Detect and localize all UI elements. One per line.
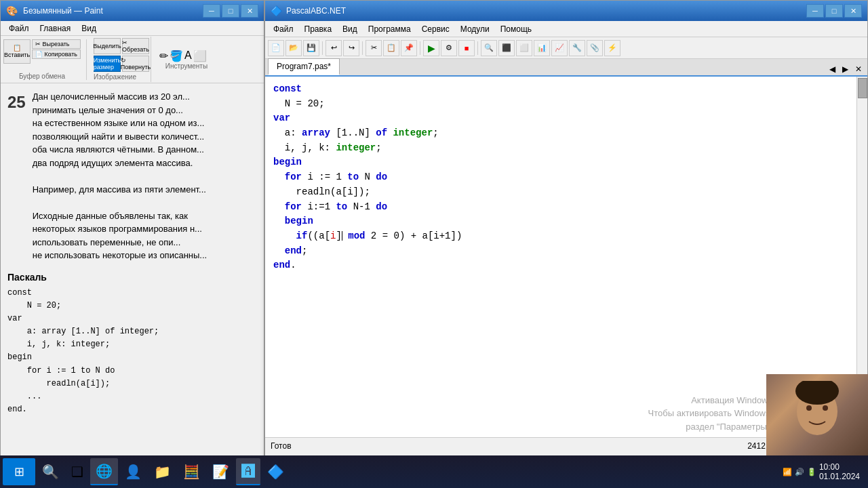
text-icon[interactable]: A [184, 49, 192, 62]
pascal-window-controls[interactable]: ─ □ ✕ [806, 4, 862, 18]
scrollbar-thumb[interactable] [858, 78, 867, 98]
taskbar-notepad[interactable]: 📝 [207, 458, 235, 485]
paint-menubar: Файл Главная Вид [1, 21, 264, 36]
pascal-menu-modules[interactable]: Модули [455, 23, 495, 35]
eraser-icon[interactable]: ⬜ [193, 49, 207, 62]
pencil-icon[interactable]: ✏ [159, 49, 168, 62]
editor-line-5: a: array [1..N] of integer; [273, 126, 859, 141]
tab-scroll-left[interactable]: ◀ [827, 63, 838, 75]
debug-button[interactable]: ⚙ [441, 40, 457, 56]
paste-icon: 📋 [13, 44, 21, 52]
problem-description: Дан целочисленный массив из 20 эл... при… [33, 90, 208, 262]
pascal-menu-file[interactable]: Файл [268, 23, 299, 35]
paint-content: 25 Дан целочисленный массив из 20 эл... … [1, 83, 264, 423]
redo-button[interactable]: ↪ [343, 40, 359, 56]
tab-program7[interactable]: Program7.pas* [268, 58, 340, 75]
webcam-face-svg [783, 381, 851, 449]
pascal-menu-help[interactable]: Помощь [495, 23, 537, 35]
crop-button[interactable]: ✂ Обрезать [122, 38, 149, 54]
paint-maximize-button[interactable]: □ [222, 4, 239, 18]
paint-menu-file[interactable]: Файл [3, 22, 35, 35]
cut-button[interactable]: ✂ [366, 40, 382, 56]
toolbar-btn-5[interactable]: 🔍 [481, 40, 497, 56]
taskbar-calc[interactable]: 🧮 [178, 458, 205, 485]
open-file-button[interactable]: 📂 [285, 40, 302, 56]
pascal-toolbar: 📄 📂 💾 ↩ ↪ ✂ 📋 📌 ▶ ⚙ ■ 🔍 ⬛ ⬜ 📊 📈 🔧 📎 ⚡ [265, 37, 867, 59]
paste-button[interactable]: 📌 [401, 40, 417, 56]
code-line-3: var [7, 312, 257, 325]
activation-watermark: Активация Windows Чтобы активировать Win… [648, 394, 772, 434]
paint-menu-view[interactable]: Вид [76, 22, 102, 35]
clipboard-label: Буфер обмена [19, 73, 65, 80]
paste-button[interactable]: 📋 Вставить [3, 39, 31, 64]
taskbar: ⊞ 🔍 ❑ 🌐 👤 📁 🧮 📝 🅰 🔷 📶 🔊 🔋 10:0001.01.202… [0, 455, 868, 488]
editor-line-13: if((a[i] mod 2 = 0) + a[i+1]) [273, 229, 859, 244]
image-label: Изображение [94, 73, 149, 81]
pascal-title-text: PascalABC.NET [286, 6, 346, 16]
pascal-section: Паскаль const N = 20; var a: array [1..N… [7, 272, 257, 417]
rotate-button[interactable]: ↻ Повернуть [122, 56, 149, 72]
copy-button[interactable]: 📄 Копировать [32, 49, 81, 59]
taskbar-person[interactable]: 👤 [119, 458, 147, 485]
paint-close-button[interactable]: ✕ [241, 4, 258, 18]
start-button[interactable]: ⊞ [3, 458, 35, 485]
stop-button[interactable]: ■ [458, 40, 475, 56]
resize-button[interactable]: Изменить размер [94, 56, 121, 72]
toolbar-btn-12[interactable]: ⚡ [604, 40, 620, 56]
pascal-maximize-button[interactable]: □ [825, 4, 843, 18]
edit-buttons: ✂ Вырезать 📄 Копировать [32, 39, 81, 64]
pascal-ide-titlebar: 🔷 PascalABC.NET ─ □ ✕ [265, 1, 867, 21]
paint-title-text: Безымянный — Paint [23, 6, 103, 16]
calc-icon: 🧮 [183, 464, 200, 480]
editor-line-11: for i:=1 to N-1 do [273, 200, 859, 215]
select-button[interactable]: Выделить [94, 38, 121, 54]
run-button[interactable]: ▶ [423, 40, 439, 56]
editor-line-12: begin [273, 214, 859, 229]
code-line-1: const [7, 287, 257, 300]
copy-button[interactable]: 📋 [383, 40, 399, 56]
editor-line-16: end. [273, 258, 859, 273]
toolbar-btn-7[interactable]: ⬜ [516, 40, 532, 56]
toolbar-btn-10[interactable]: 🔧 [569, 40, 585, 56]
paint-window-controls[interactable]: ─ □ ✕ [203, 4, 258, 18]
toolbar-btn-6[interactable]: ⬛ [498, 40, 515, 56]
cut-button[interactable]: ✂ Вырезать [32, 39, 81, 49]
status-ready: Готов [271, 441, 292, 451]
taskbar-browser[interactable]: 🌐 [90, 458, 118, 485]
search-icon: 🔍 [42, 464, 59, 480]
tray-network-icon: 📶 [783, 468, 792, 476]
tab-scroll-right[interactable]: ▶ [840, 63, 851, 75]
pascal-menu-edit[interactable]: Правка [299, 23, 338, 35]
taskbar-files[interactable]: 📁 [149, 458, 176, 485]
pascal-menubar: Файл Правка Вид Программа Сервис Модули … [265, 21, 867, 37]
browser-icon: 🌐 [96, 463, 113, 479]
pascal-menu-view[interactable]: Вид [337, 23, 363, 35]
problem-header: 25 Дан целочисленный массив из 20 эл... … [7, 90, 257, 262]
tools-group: ✏ 🪣 A ⬜ Инструменты [159, 49, 214, 70]
tab-close-button[interactable]: ✕ [852, 63, 865, 75]
pascal-logo-icon: 🔷 [271, 5, 282, 16]
svg-point-1 [806, 405, 812, 411]
pascal-minimize-button[interactable]: ─ [806, 4, 824, 18]
save-file-button[interactable]: 💾 [303, 40, 319, 56]
pascal-close-button[interactable]: ✕ [844, 4, 862, 18]
taskview-icon: ❑ [71, 464, 83, 480]
toolbar-sep-3 [420, 41, 420, 55]
fill-icon[interactable]: 🪣 [170, 49, 183, 62]
toolbar-btn-11[interactable]: 📎 [587, 40, 603, 56]
new-file-button[interactable]: 📄 [268, 40, 284, 56]
pascal-title-left: 🔷 PascalABC.NET [271, 5, 346, 16]
toolbar-btn-9[interactable]: 📈 [551, 40, 568, 56]
pascal-menu-service[interactable]: Сервис [416, 23, 455, 35]
taskbar-pascal[interactable]: 🅰 [236, 458, 260, 485]
pascal-menu-program[interactable]: Программа [363, 23, 416, 35]
webcam-face [766, 374, 868, 455]
undo-button[interactable]: ↩ [326, 40, 342, 56]
paint-minimize-button[interactable]: ─ [203, 4, 220, 18]
toolbar-btn-8[interactable]: 📊 [534, 40, 550, 56]
taskbar-app1[interactable]: 🔷 [262, 458, 290, 485]
paint-menu-home[interactable]: Главная [35, 22, 77, 35]
taskbar-search[interactable]: 🔍 [37, 458, 64, 485]
taskbar-taskview[interactable]: ❑ [66, 458, 89, 485]
clipboard-buttons: 📋 Вставить ✂ Вырезать 📄 Копировать [3, 39, 81, 64]
